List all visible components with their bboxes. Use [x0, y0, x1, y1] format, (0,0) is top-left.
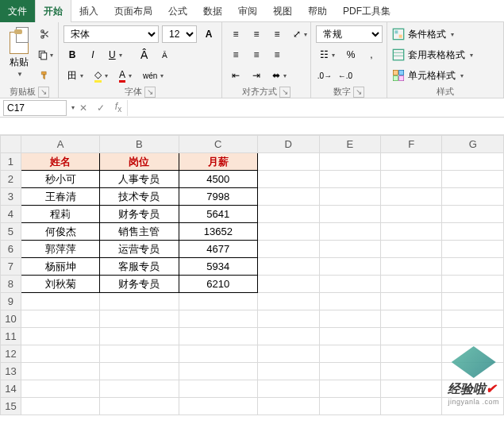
align-middle-button[interactable]: ≡: [248, 25, 265, 43]
cell[interactable]: [258, 206, 319, 223]
formula-input[interactable]: [127, 100, 504, 116]
cell[interactable]: [381, 206, 442, 223]
cell[interactable]: [258, 241, 319, 258]
row-header[interactable]: 3: [1, 188, 21, 206]
cell[interactable]: 客服专员: [100, 258, 179, 276]
dialog-launcher-icon[interactable]: ↘: [353, 87, 364, 98]
merge-button[interactable]: ⬌▾: [268, 67, 290, 84]
cell[interactable]: 刘秋菊: [21, 276, 99, 293]
cell[interactable]: [258, 310, 319, 328]
font-color-button[interactable]: A▾: [115, 67, 136, 84]
cell[interactable]: [319, 293, 380, 310]
cell[interactable]: 13652: [179, 223, 258, 241]
row-header[interactable]: 6: [1, 241, 21, 258]
col-header[interactable]: E: [319, 136, 380, 153]
cell[interactable]: [381, 223, 442, 241]
cell[interactable]: [381, 171, 442, 188]
tab-insert[interactable]: 插入: [71, 0, 106, 22]
cell[interactable]: [442, 223, 504, 241]
name-box[interactable]: [3, 100, 67, 116]
cell[interactable]: 4500: [179, 171, 258, 188]
enter-formula-button[interactable]: ✓: [92, 102, 110, 114]
cell[interactable]: 5641: [179, 206, 258, 223]
conditional-format-button[interactable]: 条件格式▾: [392, 25, 454, 43]
cell[interactable]: [100, 328, 179, 345]
cell[interactable]: [21, 328, 99, 345]
cell[interactable]: 姓名: [21, 153, 99, 171]
cell-style-button[interactable]: 单元格样式▾: [392, 67, 464, 84]
cell[interactable]: [319, 363, 380, 380]
cell[interactable]: [100, 398, 179, 415]
cell[interactable]: [442, 310, 504, 328]
tab-formulas[interactable]: 公式: [160, 0, 195, 22]
fx-button[interactable]: fx: [110, 101, 127, 114]
tab-help[interactable]: 帮助: [300, 0, 335, 22]
cell[interactable]: [442, 328, 504, 345]
cell[interactable]: [319, 241, 380, 258]
cell[interactable]: [442, 206, 504, 223]
format-painter-button[interactable]: [37, 67, 54, 84]
cell[interactable]: [319, 171, 380, 188]
grow-font-button[interactable]: Â: [136, 46, 153, 64]
cell[interactable]: [319, 188, 380, 206]
select-all-corner[interactable]: [1, 136, 21, 153]
col-header[interactable]: F: [381, 136, 442, 153]
cell[interactable]: [258, 276, 319, 293]
cell[interactable]: [442, 276, 504, 293]
cell[interactable]: [258, 171, 319, 188]
increase-decimal-button[interactable]: .0→: [316, 67, 333, 84]
cell[interactable]: [258, 223, 319, 241]
table-format-button[interactable]: 套用表格格式▾: [392, 46, 473, 64]
underline-button[interactable]: U▾: [105, 46, 126, 64]
cell[interactable]: [381, 380, 442, 398]
cell[interactable]: [381, 258, 442, 276]
row-header[interactable]: 7: [1, 258, 21, 276]
tab-view[interactable]: 视图: [265, 0, 300, 22]
cell[interactable]: 7998: [179, 188, 258, 206]
tab-review[interactable]: 审阅: [230, 0, 265, 22]
cell[interactable]: [258, 328, 319, 345]
tab-data[interactable]: 数据: [195, 0, 230, 22]
col-header[interactable]: A: [21, 136, 99, 153]
cell[interactable]: [442, 258, 504, 276]
cell[interactable]: [21, 345, 99, 363]
cell[interactable]: [21, 398, 99, 415]
tab-home[interactable]: 开始: [35, 0, 71, 22]
cell[interactable]: [258, 398, 319, 415]
cut-button[interactable]: [37, 25, 54, 43]
cell[interactable]: 财务专员: [100, 206, 179, 223]
row-header[interactable]: 9: [1, 293, 21, 310]
cell[interactable]: [179, 380, 258, 398]
row-header[interactable]: 15: [1, 398, 21, 415]
cell[interactable]: [179, 398, 258, 415]
cell[interactable]: 6210: [179, 276, 258, 293]
cell[interactable]: [258, 293, 319, 310]
cell[interactable]: [319, 153, 380, 171]
cell[interactable]: [21, 293, 99, 310]
cell[interactable]: [319, 276, 380, 293]
cell[interactable]: [21, 310, 99, 328]
phonetic-button[interactable]: wén▾: [139, 67, 167, 84]
cell[interactable]: [319, 206, 380, 223]
cell[interactable]: 杨丽坤: [21, 258, 99, 276]
cell[interactable]: [381, 345, 442, 363]
tab-pagelayout[interactable]: 页面布局: [106, 0, 160, 22]
decrease-indent-button[interactable]: ⇤: [227, 67, 244, 84]
cell[interactable]: [21, 363, 99, 380]
row-header[interactable]: 8: [1, 276, 21, 293]
cell[interactable]: [319, 345, 380, 363]
increase-indent-button[interactable]: ⇥: [248, 67, 265, 84]
cell[interactable]: [179, 328, 258, 345]
row-header[interactable]: 1: [1, 153, 21, 171]
increase-font-button[interactable]: A: [200, 25, 217, 43]
currency-button[interactable]: ☷▾: [316, 46, 339, 64]
cell[interactable]: [319, 258, 380, 276]
row-header[interactable]: 10: [1, 310, 21, 328]
cell[interactable]: 郭萍萍: [21, 241, 99, 258]
cell[interactable]: [258, 258, 319, 276]
col-header[interactable]: B: [100, 136, 179, 153]
cell[interactable]: 程莉: [21, 206, 99, 223]
align-bottom-button[interactable]: ≡: [268, 25, 286, 43]
cell[interactable]: [442, 241, 504, 258]
cell[interactable]: 岗位: [100, 153, 179, 171]
